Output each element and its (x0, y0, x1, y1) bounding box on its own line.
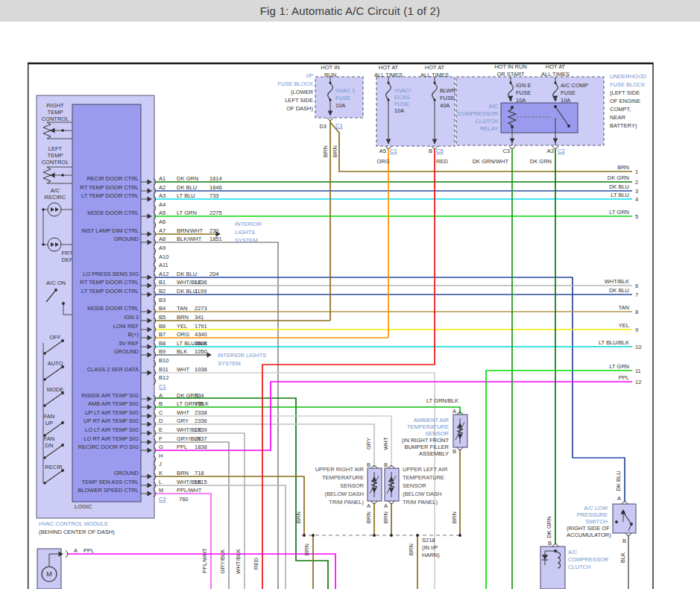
label: WHT/BLK (235, 549, 242, 573)
pin-id: F (159, 435, 163, 442)
label: 10A (561, 97, 570, 104)
label: RED (253, 558, 259, 570)
pin-id: B7 (159, 331, 165, 338)
label: CONTROL (42, 159, 69, 166)
terminal-number: 6 (635, 283, 638, 289)
module-signal-label: INSIDE AIR TEMP SIG (81, 392, 139, 399)
label: PRESSURE (577, 511, 608, 518)
terminal-number: 2 (635, 179, 638, 186)
module-signal-label: LT TEMP DOOR CTRL (81, 288, 139, 294)
pin-connector (388, 501, 394, 504)
label: AMBIENT AIR (414, 417, 450, 423)
terminal-number: 12 (635, 379, 641, 385)
label: B (367, 462, 371, 468)
label: C5 (436, 148, 444, 154)
wire-color-label: YEL (177, 323, 187, 330)
label: CLUTCH (476, 118, 498, 125)
terminal-wire-label: LT GRN (609, 363, 629, 370)
wire-color-label: LT GRN (177, 210, 197, 216)
pin-id: M (159, 487, 163, 494)
label: DK GRN/WHT (473, 158, 509, 165)
label: HOT AT (546, 63, 566, 70)
module-signal-label: BLOWER SPEED CTRL (78, 487, 139, 494)
pin-id: A12 (159, 271, 168, 277)
label: ALL TIMES (420, 72, 449, 78)
circuit-number: 4340 (195, 331, 207, 338)
circuit-number: 2338 (195, 409, 207, 416)
module-signal-label: RECIRC DOOR PO SIG (78, 444, 139, 450)
module-signal-label: 5V REF (119, 340, 139, 347)
module-signal-label: MODE DOOR CTRL (87, 305, 139, 312)
label: LOGIC (75, 503, 92, 510)
module-signal-label: LO PRESS SENS SIG (83, 271, 139, 277)
label: DN (45, 442, 54, 449)
label: HOT AT (425, 64, 445, 71)
pin-id: B2 (159, 288, 165, 294)
terminal-number: 5 (635, 213, 638, 220)
wire-color-label: BLK (177, 348, 187, 355)
connector-label: C1 (159, 383, 166, 390)
label: DK BLU (615, 470, 622, 491)
terminal-number: 11 (635, 368, 641, 374)
module-signal-label: LT TEMP DOOR CTRL (81, 192, 139, 199)
label: A/C ON (46, 280, 66, 286)
terminal-wire-label: WHT/BLK (605, 278, 629, 285)
pin-id: B12 (159, 374, 168, 381)
label: COMPT, (610, 106, 631, 113)
circuit-number: 1199 (195, 288, 206, 294)
pin-connector (509, 146, 515, 149)
wire-color-label: GRY (177, 418, 189, 424)
label: ALL TIMES (374, 72, 403, 78)
label: 10A (335, 102, 345, 109)
terminal-wire-label: TAN (619, 304, 629, 311)
circuit-number: 204 (209, 271, 219, 277)
label: PPL (83, 547, 94, 554)
label: BRN (295, 511, 302, 523)
wire-color-label: LT GRN/BLK (426, 397, 458, 404)
terminal-number: 8 (635, 309, 638, 315)
label: S218 (422, 537, 435, 544)
pin-id: B9 (159, 348, 165, 355)
wire-color-label: ORG (177, 331, 189, 338)
label: FUSE (440, 95, 455, 101)
label: HOT IN RUN (494, 63, 527, 70)
terminal-number: 10 (635, 344, 641, 350)
pin-connector (622, 502, 628, 505)
terminal-wire-label: PPL (619, 374, 629, 381)
wire-color-label: DK GRN (177, 175, 198, 182)
ac-compressor-clutch-box (540, 547, 565, 589)
label: C1 (390, 148, 397, 154)
label: LEFT (48, 145, 63, 152)
label: BRN (303, 544, 310, 555)
circuit-number: 1688 (195, 340, 207, 347)
module-signal-label: CLASS 2 SER DATA (87, 366, 139, 373)
module-signal-label: GROUND (114, 236, 139, 242)
hvac-module-logic-box (72, 104, 141, 502)
connector-label: C2 (159, 496, 166, 503)
terminal-wire-label: DK GRN (608, 174, 629, 181)
module-signal-label: B(+) (128, 331, 139, 338)
module-signal-label: UP RT AIR TEMP SIG (83, 418, 139, 424)
label: TEMPERATURE (407, 423, 449, 430)
pin-connector (625, 533, 631, 536)
wire-color-label: PPL (177, 444, 187, 450)
junction-dot (567, 125, 570, 127)
label: UP (45, 420, 53, 426)
label: UPPER RIGHT AIR (315, 466, 365, 473)
label: SYSTEM (218, 360, 241, 367)
label: ECAS (394, 94, 409, 101)
terminal-wire-label: DK BLU (609, 287, 629, 294)
label: A/C (488, 103, 498, 110)
label: A (453, 408, 456, 415)
label: (BELOW DASH (403, 491, 442, 497)
label: OFF (50, 334, 61, 341)
label: OF DASH) (286, 105, 313, 112)
junction-dot (61, 174, 64, 177)
label: CLUTCH (568, 564, 590, 570)
junction-dot (390, 534, 393, 537)
pin-id: K (159, 470, 163, 476)
wire (156, 494, 211, 589)
label: (BEHIND CENTER OF DASH) (39, 529, 115, 535)
circuit-number: 1614 (209, 175, 222, 182)
label: RUN (324, 72, 336, 78)
